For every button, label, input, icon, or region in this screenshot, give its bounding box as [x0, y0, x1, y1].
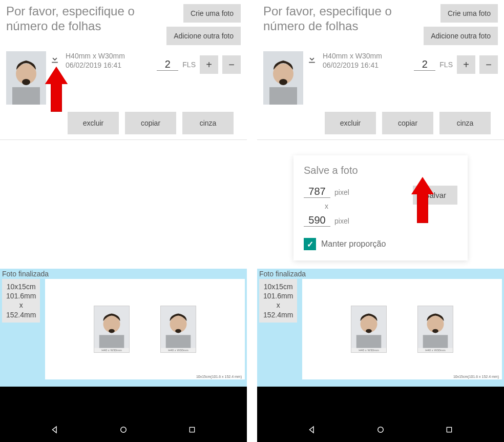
width-input[interactable] — [304, 186, 330, 198]
dialog-title: Salve a foto — [304, 165, 457, 176]
nav-home-button[interactable] — [118, 425, 129, 435]
create-photo-button[interactable]: Crie uma foto — [440, 4, 498, 23]
svg-rect-5 — [99, 335, 124, 348]
size-tag[interactable]: 10x15cm 101.6mm x 152.4mm — [2, 279, 40, 323]
nav-recents-button[interactable] — [187, 425, 197, 435]
download-icon[interactable] — [49, 53, 60, 65]
preview-photo-1: H40 x W30mm — [94, 306, 130, 353]
svg-rect-15 — [269, 87, 297, 105]
delete-button[interactable]: excluir — [68, 112, 119, 134]
nav-back-button[interactable] — [50, 425, 60, 435]
sheets-input[interactable] — [414, 58, 435, 71]
photo-thumbnail[interactable] — [6, 51, 46, 105]
svg-point-25 — [432, 329, 438, 333]
svg-rect-1 — [12, 87, 40, 105]
photo-dimensions: H40mm x W30mm — [66, 51, 125, 61]
checkmark-icon: ✓ — [307, 239, 313, 249]
photo-timestamp: 06/02/2019 16:41 — [323, 61, 382, 70]
nav-recents-button[interactable] — [444, 425, 454, 435]
preview-sheet: H40 x W30mm H40 x W30mm 10x15cm(101.6 x … — [302, 279, 502, 379]
android-nav-bar — [0, 417, 247, 442]
photo-dimensions: H40mm x W30mm — [323, 51, 382, 61]
top-section: Por favor, especifique o número de folha… — [0, 0, 247, 138]
nav-home-button[interactable] — [375, 425, 386, 435]
svg-point-17 — [279, 79, 287, 85]
svg-point-21 — [366, 329, 372, 333]
increment-button[interactable]: + — [457, 55, 475, 74]
svg-rect-27 — [447, 427, 451, 432]
save-photo-dialog: Salve a foto pixel x pixel Salvar — [293, 155, 468, 260]
sheet-caption: 10x15cm(101.6 x 152.4 mm) — [453, 375, 499, 378]
download-icon[interactable] — [306, 53, 318, 65]
pixel-label: pixel — [334, 217, 349, 225]
preview-sheet: H40 x W30mm H40 x W30mm 10x15cm(101.6 x … — [45, 279, 245, 379]
decrement-button[interactable]: − — [479, 55, 498, 74]
svg-rect-23 — [423, 335, 448, 348]
sheet-caption: 10x15cm(101.6 x 152.4 mm) — [196, 375, 242, 378]
gray-button[interactable]: cinza — [439, 112, 491, 134]
preview-label: Foto finalizada — [0, 269, 51, 279]
pixel-label: pixel — [334, 188, 349, 196]
create-photo-button[interactable]: Crie uma foto — [183, 4, 241, 23]
svg-rect-19 — [356, 335, 382, 348]
black-bar — [257, 387, 504, 417]
preview-area: Foto finalizada 10x15cm 101.6mm x 152.4m… — [257, 269, 504, 387]
svg-rect-13 — [190, 427, 194, 432]
preview-photo-2: H40 x W30mm — [160, 306, 196, 353]
save-button[interactable]: Salvar — [413, 186, 457, 205]
height-input[interactable] — [304, 214, 330, 227]
phone-left: Por favor, especifique o número de folha… — [0, 0, 247, 442]
preview-photo-2: H40 x W30mm — [417, 306, 453, 353]
middle-area: Salve a foto pixel x pixel Salvar — [257, 140, 504, 269]
top-section: Por favor, especifique o número de folha… — [257, 0, 504, 138]
middle-area — [0, 140, 247, 269]
photo-row: H40mm x W30mm 06/02/2019 16:41 FLS + − — [6, 51, 241, 105]
copy-button[interactable]: copiar — [125, 112, 176, 134]
decrement-button[interactable]: − — [222, 55, 241, 74]
delete-button[interactable]: excluir — [325, 112, 376, 134]
svg-point-11 — [175, 329, 181, 333]
photo-thumbnail[interactable] — [263, 51, 303, 105]
keep-proportion-checkbox[interactable]: ✓ — [304, 238, 316, 250]
add-photo-button[interactable]: Adicione outra foto — [166, 27, 241, 45]
photo-meta: H40mm x W30mm 06/02/2019 16:41 — [323, 51, 382, 70]
page-title: Por favor, especifique o número de folha… — [263, 4, 424, 34]
photo-meta: H40mm x W30mm 06/02/2019 16:41 — [66, 51, 125, 70]
preview-area: Foto finalizada 10x15cm 101.6mm x 152.4m… — [0, 269, 247, 387]
gray-button[interactable]: cinza — [182, 112, 234, 134]
nav-back-button[interactable] — [307, 425, 317, 435]
phone-right: Por favor, especifique o número de folha… — [257, 0, 504, 442]
android-nav-bar — [257, 417, 504, 442]
dimension-separator: x — [325, 202, 328, 210]
sheets-unit: FLS — [182, 61, 196, 69]
size-tag[interactable]: 10x15cm 101.6mm x 152.4mm — [259, 279, 297, 323]
keep-proportion-label: Manter proporção — [321, 239, 386, 249]
svg-rect-9 — [166, 335, 191, 348]
svg-point-26 — [378, 427, 384, 433]
preview-photo-1: H40 x W30mm — [351, 306, 387, 353]
copy-button[interactable]: copiar — [382, 112, 433, 134]
increment-button[interactable]: + — [200, 55, 218, 74]
photo-timestamp: 06/02/2019 16:41 — [66, 61, 125, 70]
black-bar — [0, 387, 247, 417]
sheets-input[interactable] — [157, 58, 178, 71]
svg-point-3 — [22, 79, 30, 85]
page-title: Por favor, especifique o número de folha… — [6, 4, 166, 34]
svg-point-7 — [109, 329, 115, 333]
svg-point-12 — [121, 427, 127, 433]
sheets-unit: FLS — [439, 61, 453, 69]
preview-label: Foto finalizada — [257, 269, 308, 279]
add-photo-button[interactable]: Adicione outra foto — [424, 27, 498, 45]
